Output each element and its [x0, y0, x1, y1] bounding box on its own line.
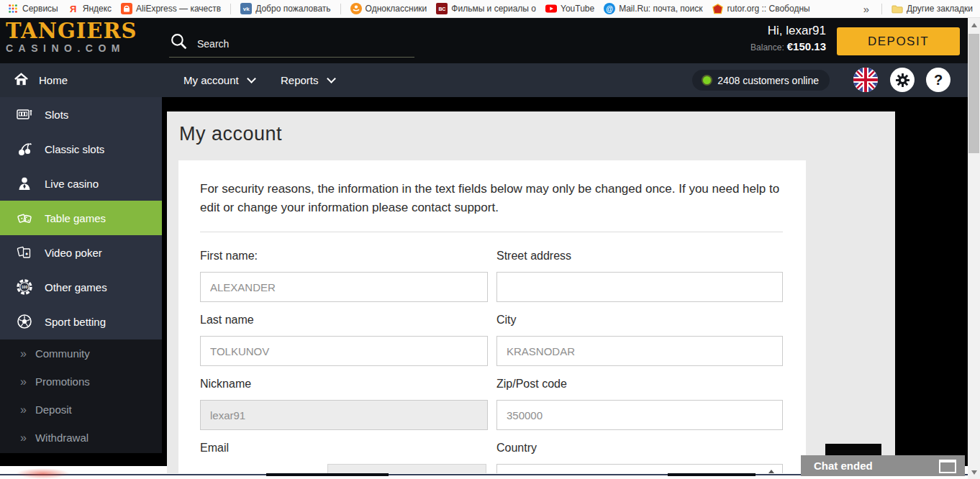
last-name-input[interactable]	[200, 336, 488, 366]
sidebar-item-deposit[interactable]: » Deposit	[0, 396, 162, 424]
svg-text:♠: ♠	[25, 251, 28, 256]
sidebar-item-table-games[interactable]: Table games	[0, 201, 162, 235]
other-bookmarks-button[interactable]: Другие закладки	[891, 3, 973, 14]
site-logo[interactable]: TANGIERS CASINO.COM	[6, 20, 137, 54]
bookmark-mailru[interactable]: @ Mail.Ru: почта, поиск	[604, 3, 702, 14]
settings-button[interactable]	[890, 68, 915, 92]
uk-flag-icon	[853, 68, 878, 92]
bookmark-youtube[interactable]: YouTube	[545, 3, 594, 14]
city-label: City	[496, 314, 517, 327]
aliexpress-icon	[121, 3, 132, 14]
bookmark-rutor[interactable]: rutor.org :: Свободны	[712, 3, 810, 14]
divider	[200, 232, 783, 232]
double-chevron-icon: »	[20, 432, 26, 444]
language-flag-button[interactable]	[853, 68, 878, 92]
sidebar-item-community[interactable]: » Community	[0, 339, 162, 368]
sidebar-item-label: Slots	[45, 109, 68, 121]
sidebar-item-label: Live casino	[45, 178, 99, 190]
nickname-input	[200, 400, 488, 430]
browser-scrollbar[interactable]	[968, 18, 980, 479]
rutor-icon	[712, 3, 724, 14]
customers-online-text: 2408 customers online	[717, 75, 819, 86]
bookmarks-overflow-chevron[interactable]: »	[861, 3, 872, 15]
nav-home[interactable]: Home	[13, 63, 68, 97]
logo-line1: TANGIERS	[6, 20, 137, 42]
double-chevron-icon: »	[20, 375, 26, 388]
bookmark-vk[interactable]: vk Добро пожаловать	[240, 3, 330, 14]
bookmark-yandex[interactable]: Я Яндекс	[68, 3, 112, 14]
sidebar-item-promotions[interactable]: » Promotions	[0, 368, 162, 396]
bookmark-separator	[230, 4, 231, 14]
nav-reports[interactable]: Reports	[281, 63, 335, 97]
scrollbar-thumb[interactable]	[968, 34, 979, 153]
browser-bookmarks-bar: Сервисы Я Яндекс AliExpress — качеств vk…	[0, 0, 980, 18]
sidebar-item-label: Community	[35, 347, 90, 360]
sidebar-item-other-games[interactable]: 100 Other games	[0, 270, 162, 304]
bookmark-odnoklassniki[interactable]: Одноклассники	[350, 3, 427, 14]
bookmark-label: Добро пожаловать	[255, 4, 330, 14]
bookmark-movies[interactable]: ВС Фильмы и сериалы о	[436, 3, 536, 14]
double-chevron-icon: »	[20, 347, 26, 360]
taskbar-red-glow	[16, 468, 70, 479]
help-button[interactable]: ?	[926, 68, 950, 92]
balance-label: Balance:	[750, 42, 784, 53]
nav-my-account-label: My account	[183, 74, 239, 86]
balance-row: Balance:€150.13	[750, 40, 826, 54]
scrollbar-down-button[interactable]	[968, 466, 980, 478]
email-label: Email	[200, 442, 229, 455]
search-bar	[169, 29, 414, 58]
bookmark-label: Сервисы	[22, 4, 58, 14]
scrollbar-up-button[interactable]	[968, 19, 980, 31]
cherries-icon	[14, 140, 34, 158]
user-info: Hi, lexar91 Balance:€150.13	[750, 23, 826, 54]
screen: Сервисы Я Яндекс AliExpress — качеств vk…	[0, 0, 980, 479]
nickname-label: Nickname	[200, 378, 251, 391]
deposit-button[interactable]: DEPOSIT	[837, 27, 960, 55]
sidebar-item-label: Classic slots	[45, 143, 104, 155]
other-bookmarks-label: Другие закладки	[907, 4, 973, 14]
bookmark-label: rutor.org :: Свободны	[727, 4, 810, 14]
sidebar-item-classic-slots[interactable]: Classic slots	[0, 132, 162, 166]
country-selected-value: Russian Federation	[507, 473, 600, 474]
slot-machine-icon	[14, 106, 34, 123]
bookmark-label: AliExpress — качеств	[136, 4, 221, 14]
city-input[interactable]	[496, 336, 783, 366]
folder-icon	[891, 3, 903, 14]
svg-text:100: 100	[21, 285, 27, 289]
gear-icon	[895, 73, 910, 88]
sidebar-main: Slots Classic slots Live casino Table ga…	[0, 97, 162, 339]
sidebar-item-label: Table games	[45, 212, 106, 224]
chevron-down-icon	[327, 74, 336, 83]
sidebar-item-sport-betting[interactable]: Sport betting	[0, 304, 162, 339]
sidebar-item-slots[interactable]: Slots	[0, 97, 162, 132]
search-input[interactable]	[189, 38, 399, 55]
search-icon[interactable]	[169, 32, 189, 54]
first-name-label: First name:	[200, 250, 258, 263]
bookmark-label: Фильмы и сериалы о	[451, 4, 536, 14]
street-address-input[interactable]	[496, 272, 783, 302]
nav-reports-label: Reports	[281, 74, 319, 86]
restore-window-icon[interactable]	[939, 460, 956, 473]
vs-badge-icon: ВС	[436, 3, 448, 14]
country-select[interactable]: Russian Federation	[496, 464, 783, 473]
youtube-icon	[545, 3, 557, 14]
sidebar-item-live-casino[interactable]: Live casino	[0, 166, 162, 201]
bookmark-services[interactable]: Сервисы	[7, 3, 58, 14]
country-label: Country	[496, 442, 537, 455]
mailru-icon: @	[604, 3, 615, 14]
cards-icon: ♠	[14, 244, 34, 261]
sidebar-item-video-poker[interactable]: ♠ Video poker	[0, 235, 162, 270]
apps-grid-icon	[7, 3, 19, 14]
chevron-down-icon	[247, 74, 256, 83]
bookmark-label: YouTube	[561, 4, 594, 14]
bookmark-aliexpress[interactable]: AliExpress — качеств	[121, 3, 221, 14]
chat-status-bar[interactable]: Chat ended	[801, 455, 965, 476]
double-chevron-icon: »	[20, 403, 26, 416]
chat-status-label: Chat ended	[814, 460, 873, 472]
sidebar-item-withdrawal[interactable]: » Withdrawal	[0, 424, 162, 452]
balance-value: €150.13	[787, 40, 826, 53]
zip-input[interactable]	[496, 400, 783, 430]
first-name-input[interactable]	[200, 272, 488, 302]
nav-my-account[interactable]: My account	[183, 63, 255, 97]
security-notice: For security reasons, the information in…	[200, 180, 789, 216]
